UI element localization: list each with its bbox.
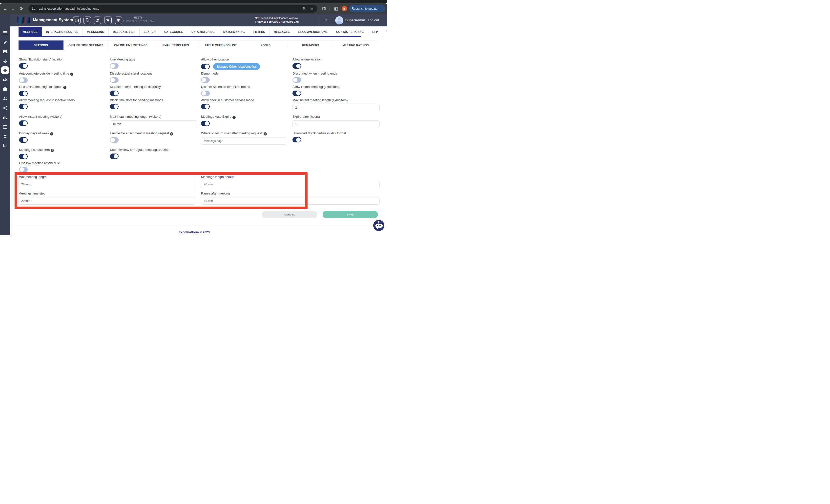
menu-icon[interactable] [0,29,10,36]
zoom-out-icon[interactable]: 🔍 [302,7,306,11]
tab-delegate-list[interactable]: DELEGATE LIST [109,27,139,36]
subtab-settings[interactable]: SETTINGS [19,40,63,49]
audience-icon[interactable] [0,76,10,83]
tab-search[interactable]: SEARCH [139,27,160,36]
back-icon[interactable]: ← [1,3,9,14]
tab-recommendations[interactable]: RECOMMENDATIONS [294,27,332,36]
tab-contact-sharing[interactable]: CONTACT SHARING [332,27,368,36]
setting-label: Max instant meeting length (exhibitors) [292,98,380,102]
bookmark-star-icon[interactable]: ☆ [310,7,313,11]
page: ← → ⟳ api-rc.expoplatform.net/admin/appo… [0,0,387,235]
toggle-show-exhibitor-stand-location[interactable] [19,63,28,69]
meetings-time-step-input[interactable] [19,197,195,205]
toggle-meetings-autoconfirm[interactable] [19,154,28,159]
pause-after-meeting-input[interactable] [201,197,380,205]
save-button[interactable]: SAVE [323,211,378,218]
setting-label: Download My Schedule in xlsx format [292,131,380,135]
toggle-autocomplete-outside-meeting-time[interactable] [19,77,28,83]
maintenance-notice: Next scheduled maintenance window: Frida… [255,16,317,24]
setting-label: Allow online location [292,58,380,62]
toggle-allow-request-inactive-users[interactable] [19,104,28,109]
side-panel-icon[interactable] [332,3,340,14]
mobile-app-icon[interactable] [84,16,91,24]
tab-messaging[interactable]: MESSAGING [83,27,109,36]
toggle-meetings-auto-expire[interactable] [201,121,210,126]
url-bar[interactable]: api-rc.expoplatform.net/admin/appointmen… [28,5,317,12]
tab-categories[interactable]: CATEGORIES [160,27,187,36]
language-selector[interactable]: EN ⌄ [323,19,329,22]
tab-data-matching[interactable]: DATA MATCHING [187,27,219,36]
sidebar-item-meetings-active[interactable] [1,66,9,74]
toggle-block-time-slots-pending[interactable] [110,104,119,109]
subtab-reminders[interactable]: REMINDERS [288,40,333,49]
max-instant-meeting-length-visitors-input[interactable] [110,121,197,128]
toggle-link-online-meetings-to-stands[interactable] [19,91,28,96]
subtab-table-meetings-list[interactable]: TABLE MEETINGS LIST [198,40,243,49]
toggle-disable-record-meeting[interactable] [110,91,119,96]
toggle-enable-file-attachment[interactable] [110,137,119,143]
extensions-icon[interactable] [320,3,327,14]
stand-icon[interactable] [0,133,10,140]
toggle-disallow-meeting-reschedule[interactable] [19,167,28,172]
tag-icon[interactable] [104,16,111,24]
subtab-online-time-settings[interactable]: ONLINE TIME SETTINGS [108,40,153,49]
toggle-disable-schedule-online-rooms[interactable] [201,91,210,96]
cancel-button[interactable]: CANCEL [262,211,317,218]
meetings-length-default-input[interactable] [201,181,380,188]
url-text: api-rc.expoplatform.net/admin/appointmen… [39,7,302,10]
max-meeting-length-input[interactable] [19,181,195,188]
relaunch-button[interactable]: Relaunch to update ⋮ [349,5,385,12]
chatbot-icon[interactable] [373,220,385,231]
toggle-download-my-schedule-xlsx[interactable] [292,137,301,142]
toggle-allow-online-location[interactable] [292,63,301,69]
attendees-icon[interactable] [94,16,101,24]
max-instant-meeting-length-exhibitors-input[interactable] [292,104,380,111]
return-user-after-meeting-request-select[interactable]: Meetings page [201,137,286,145]
expire-after-hours-input[interactable] [292,121,380,128]
pen-icon[interactable] [0,39,10,46]
toggle-disable-actual-stand-locations[interactable] [110,77,119,83]
toggle-allow-book-customer-service[interactable] [201,104,210,109]
toggle-allow-other-location[interactable] [201,64,210,69]
tab-interaction-scores[interactable]: INTERACTION SCORES [42,27,83,36]
toggle-allow-instant-meeting-visitors[interactable] [19,121,28,126]
subtab-meeting-ratings[interactable]: MEETING RATINGS [333,40,378,49]
forward-icon[interactable]: → [9,3,17,14]
browser-menu-icon[interactable]: ⋮ [379,7,382,11]
stats-icon[interactable] [0,114,10,121]
badge-card-icon[interactable] [0,48,10,55]
calendar-icon[interactable] [73,16,81,24]
toggle-disconnect-when-meeting-ends[interactable] [292,77,301,83]
tab-rfp[interactable]: RFP [368,27,382,36]
toggle-new-flow-regular-meeting[interactable] [110,154,119,159]
tab-rfs[interactable]: RFS [382,27,387,36]
setting-label: Meetings time step [19,192,201,196]
tab-meetings[interactable]: MEETINGS [19,27,42,36]
screen-icon[interactable] [0,123,10,131]
manage-other-locations-button[interactable]: Manage Other locations list [213,63,260,70]
toggle-demo-mode[interactable] [201,77,210,83]
delegates-icon[interactable] [0,95,10,102]
logout-button[interactable]: Log out [368,18,379,22]
tab-matchmaking[interactable]: MATCHMAKING [219,27,249,36]
tab-messages[interactable]: MESSAGES [269,27,294,36]
travel-plane-icon[interactable] [0,57,10,65]
toggle-allow-instant-meeting-exhibitors[interactable] [292,91,301,96]
setting-label: Where to return user after meeting reque… [201,131,292,135]
toolbar-separator [329,6,330,11]
briefcase-icon[interactable] [0,86,10,93]
toggle-use-meeting-tags[interactable] [110,63,119,69]
tab-filters[interactable]: FILTERS [249,27,269,36]
setting-label: Display days of weeki [19,131,110,135]
reload-icon[interactable]: ⟳ [18,3,25,14]
user-avatar[interactable] [335,16,343,25]
subtab-zones[interactable]: ZONES [243,40,288,49]
subtab-offline-time-settings[interactable]: OFFLINE TIME SETTINGS [63,40,108,49]
toggle-display-days-of-week[interactable] [19,137,28,143]
browser-profile-avatar[interactable]: B [342,6,347,11]
site-info-icon[interactable] [32,7,35,11]
subtab-email-templates[interactable]: EMAIL TEMPLATES [153,40,198,49]
settings-form: Show "Exhibitor stand" location Use Meet… [19,56,380,172]
file-upload-icon[interactable] [0,142,10,149]
share-icon[interactable] [0,104,10,111]
